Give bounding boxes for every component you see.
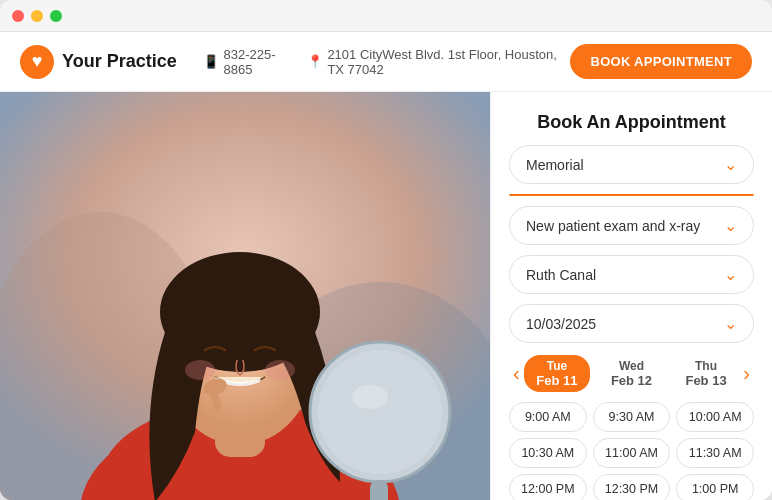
- svg-point-8: [185, 360, 215, 380]
- date-col-1[interactable]: Wed Feb 12: [598, 355, 665, 392]
- minimize-dot[interactable]: [31, 10, 43, 22]
- prev-date-button[interactable]: ‹: [509, 360, 524, 387]
- app-window: ♥ Your Practice 📱 832-225-8865 📍 2101 Ci…: [0, 0, 772, 500]
- time-slot-1-1[interactable]: 11:00 AM: [593, 438, 671, 468]
- date-columns: Tue Feb 11 Wed Feb 12 Thu Feb 13: [524, 355, 740, 392]
- svg-point-13: [318, 350, 442, 474]
- time-slot-1-2[interactable]: 11:30 AM: [676, 438, 754, 468]
- provider-chevron-icon: ⌄: [724, 265, 737, 284]
- svg-rect-15: [370, 480, 388, 500]
- svg-point-14: [352, 385, 388, 409]
- location-dropdown[interactable]: Memorial ⌄: [509, 145, 754, 184]
- location-label: Memorial: [526, 157, 584, 173]
- time-slot-0-2[interactable]: 10:00 AM: [676, 402, 754, 432]
- time-slot-0-0[interactable]: 9:00 AM: [509, 402, 587, 432]
- logo-area: ♥ Your Practice: [20, 45, 203, 79]
- navbar: ♥ Your Practice 📱 832-225-8865 📍 2101 Ci…: [0, 32, 772, 92]
- address-info: 📍 2101 CityWest Blvd. 1st Floor, Houston…: [307, 47, 570, 77]
- time-slot-2-1[interactable]: 12:30 PM: [593, 474, 671, 500]
- svg-point-9: [265, 360, 295, 380]
- phone-number: 832-225-8865: [223, 47, 289, 77]
- nav-info: 📱 832-225-8865 📍 2101 CityWest Blvd. 1st…: [203, 47, 570, 77]
- day-label-0: Tue: [530, 359, 585, 373]
- booking-panel: Book An Appointment Memorial ⌄ New Patie…: [490, 92, 772, 500]
- date-dropdown[interactable]: 10/03/2025 ⌄: [509, 304, 754, 343]
- service-chevron-icon: ⌄: [724, 216, 737, 235]
- date-num-1: Feb 12: [604, 373, 659, 388]
- date-col-0[interactable]: Tue Feb 11: [524, 355, 591, 392]
- location-icon: 📍: [307, 54, 323, 69]
- date-navigation: ‹ Tue Feb 11 Wed Feb 12 Thu Feb 13 ›: [509, 355, 754, 392]
- time-slot-2-2[interactable]: 1:00 PM: [676, 474, 754, 500]
- close-dot[interactable]: [12, 10, 24, 22]
- date-label: 10/03/2025: [526, 316, 596, 332]
- service-dropdown[interactable]: New patient exam and x-ray ⌄: [509, 206, 754, 245]
- next-date-button[interactable]: ›: [739, 360, 754, 387]
- provider-label: Ruth Canal: [526, 267, 596, 283]
- date-col-2[interactable]: Thu Feb 13: [673, 355, 740, 392]
- phone-icon: 📱: [203, 54, 219, 69]
- date-num-0: Feb 11: [530, 373, 585, 388]
- service-label: New patient exam and x-ray: [526, 218, 700, 234]
- existing-patient-button[interactable]: Existing Patient: [632, 195, 754, 196]
- main-content: Book An Appointment Memorial ⌄ New Patie…: [0, 92, 772, 500]
- address-text: 2101 CityWest Blvd. 1st Floor, Houston, …: [327, 47, 570, 77]
- title-bar: [0, 0, 772, 32]
- date-num-2: Feb 13: [679, 373, 734, 388]
- logo-name: Your Practice: [62, 51, 177, 72]
- new-patient-button[interactable]: New Patient: [510, 195, 632, 196]
- patient-type-toggle: New Patient Existing Patient: [509, 194, 754, 196]
- phone-info: 📱 832-225-8865: [203, 47, 289, 77]
- date-chevron-icon: ⌄: [724, 314, 737, 333]
- time-slot-1-0[interactable]: 10:30 AM: [509, 438, 587, 468]
- book-appointment-button[interactable]: BOOK APPOINTMENT: [570, 44, 752, 79]
- maximize-dot[interactable]: [50, 10, 62, 22]
- provider-dropdown[interactable]: Ruth Canal ⌄: [509, 255, 754, 294]
- time-slot-2-0[interactable]: 12:00 PM: [509, 474, 587, 500]
- day-label-1: Wed: [604, 359, 659, 373]
- time-slot-0-1[interactable]: 9:30 AM: [593, 402, 671, 432]
- panel-title: Book An Appointment: [509, 112, 754, 133]
- hero-image: [0, 92, 490, 500]
- day-label-2: Thu: [679, 359, 734, 373]
- logo-icon: ♥: [20, 45, 54, 79]
- location-chevron-icon: ⌄: [724, 155, 737, 174]
- time-grid: 9:00 AM 9:30 AM 10:00 AM 10:30 AM 11:00 …: [509, 402, 754, 500]
